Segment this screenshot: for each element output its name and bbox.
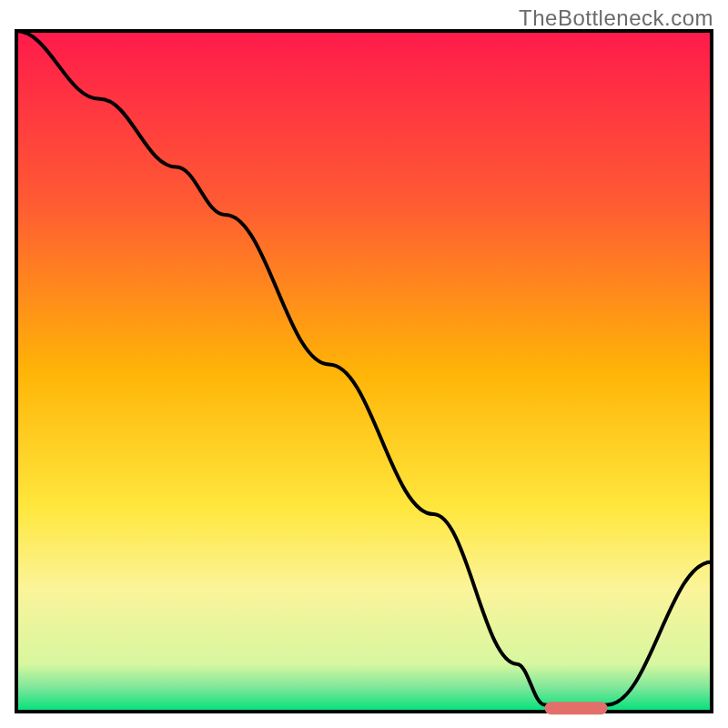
chart-root: TheBottleneck.com xyxy=(0,0,728,728)
bottleneck-chart xyxy=(0,0,728,728)
optimal-marker xyxy=(545,702,608,714)
watermark-text: TheBottleneck.com xyxy=(519,5,713,31)
plot-area xyxy=(16,31,712,714)
gradient-background xyxy=(16,31,712,712)
